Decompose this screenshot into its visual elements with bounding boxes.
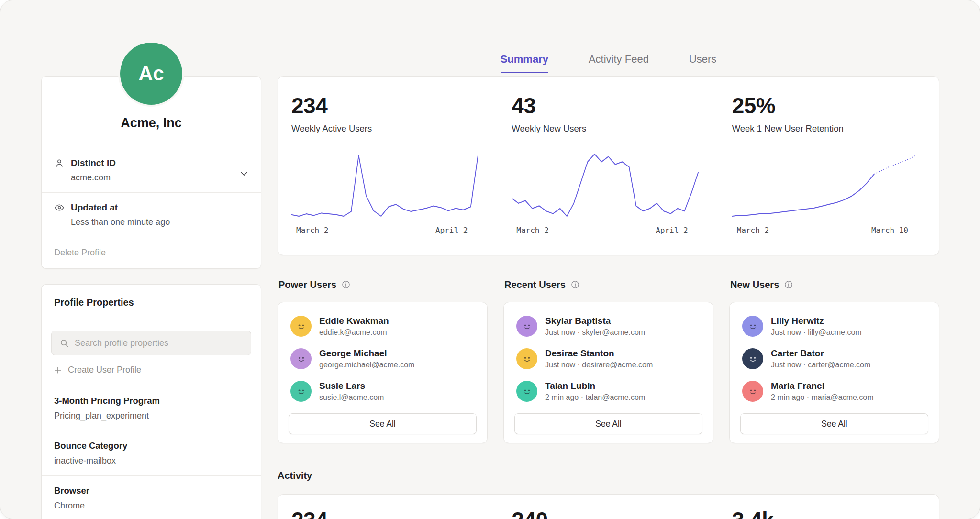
search-input[interactable] xyxy=(75,338,243,348)
avatar xyxy=(516,381,537,402)
user-name: Talan Lubin xyxy=(545,381,645,391)
person-icon xyxy=(54,158,65,168)
distinct-id-row[interactable]: Distinct ID acme.com xyxy=(42,148,261,192)
avatar xyxy=(742,348,763,369)
user-name: George Michael xyxy=(319,348,414,359)
x-tick: March 2 xyxy=(296,226,328,235)
recent-users-card: Skylar Baptista Just now · skyler@acme.c… xyxy=(503,302,713,443)
stat-label: Week 1 New User Retention xyxy=(732,123,919,134)
profile-page: Ac Acme, Inc Distinct ID acme.com xyxy=(0,0,980,519)
tab-users[interactable]: Users xyxy=(689,53,716,73)
distinct-id-label: Distinct ID xyxy=(71,158,116,168)
info-icon[interactable] xyxy=(570,280,580,289)
new-users-card: Lilly Herwitz Just now · lilly@acme.com … xyxy=(729,302,939,443)
profile-sidebar: Ac Acme, Inc Distinct ID acme.com xyxy=(41,0,261,519)
avatar xyxy=(742,381,763,402)
user-name: Maria Franci xyxy=(771,381,874,391)
updated-at-value: Less than one minute ago xyxy=(71,217,248,227)
new-users-header: New Users xyxy=(730,279,939,290)
activity-stat: 3.4k xyxy=(719,507,939,519)
profile-properties-title: Profile Properties xyxy=(42,285,261,320)
user-meta: 2 min ago · talan@acme.com xyxy=(545,393,645,402)
info-icon[interactable] xyxy=(341,280,351,289)
property-row[interactable]: Browser Chrome xyxy=(42,475,261,519)
user-row[interactable]: Lilly Herwitz Just now · lilly@acme.com xyxy=(737,310,931,342)
chevron-down-icon[interactable] xyxy=(239,168,249,181)
user-lists-row: Power Users Eddie Kwakman ed xyxy=(278,279,939,443)
activity-title: Activity xyxy=(278,469,939,482)
user-email: eddie.k@acme.com xyxy=(319,328,389,337)
updated-at-label: Updated at xyxy=(71,202,118,213)
activity-card: 234 240 3.4k xyxy=(278,494,939,519)
property-value: Pricing_plan_experiment xyxy=(54,411,248,421)
power-users-section: Power Users Eddie Kwakman ed xyxy=(278,279,488,443)
updated-at-row: Updated at Less than one minute ago xyxy=(42,192,261,237)
user-row[interactable]: Susie Lars susie.l@acme.com xyxy=(286,375,479,408)
activity-stat: 234 xyxy=(278,507,498,519)
avatar xyxy=(516,316,537,337)
user-meta: Just now · lilly@acme.com xyxy=(771,328,862,337)
x-tick: March 2 xyxy=(516,226,548,235)
stat-label: Weekly Active Users xyxy=(291,123,478,134)
user-row[interactable]: Talan Lubin 2 min ago · talan@acme.com xyxy=(512,375,705,408)
user-row[interactable]: Maria Franci 2 min ago · maria@acme.com xyxy=(737,375,931,408)
user-row[interactable]: Desirae Stanton Just now · desirare@acme… xyxy=(512,342,705,375)
tab-summary[interactable]: Summary xyxy=(501,53,548,73)
recent-users-section: Recent Users Skylar Baptista xyxy=(503,279,713,443)
stat-value: 43 xyxy=(512,93,698,119)
x-tick: March 10 xyxy=(871,226,908,235)
see-all-button[interactable]: See All xyxy=(740,413,928,434)
activity-stat: 240 xyxy=(498,507,718,519)
eye-icon xyxy=(54,202,65,213)
recent-users-header: Recent Users xyxy=(504,279,713,290)
stat-value: 25% xyxy=(732,93,919,119)
user-email: george.michael@acme.com xyxy=(319,361,414,369)
summary-stats-card: 234 Weekly Active Users March 2 April 2 … xyxy=(278,76,939,255)
user-meta: Just now · desirare@acme.com xyxy=(545,361,653,369)
see-all-button[interactable]: See All xyxy=(289,413,477,434)
info-icon[interactable] xyxy=(784,280,793,289)
stat-weekly-new-users: 43 Weekly New Users March 2 April 2 xyxy=(498,93,718,255)
user-name: Susie Lars xyxy=(319,381,384,391)
property-label: Browser xyxy=(54,486,248,496)
x-tick: April 2 xyxy=(656,226,688,235)
user-name: Eddie Kwakman xyxy=(319,316,389,326)
profile-properties-card: Profile Properties Create User Profile 3… xyxy=(41,284,261,519)
plus-icon xyxy=(53,365,63,375)
profile-summary-card: Acme, Inc Distinct ID acme.com xyxy=(41,76,261,269)
property-label: 3-Month Pricing Program xyxy=(54,396,248,406)
user-row[interactable]: Eddie Kwakman eddie.k@acme.com xyxy=(286,310,479,342)
see-all-button[interactable]: See All xyxy=(514,413,702,434)
stat-week1-retention: 25% Week 1 New User Retention March 2 Ma… xyxy=(719,93,939,255)
power-users-header: Power Users xyxy=(278,279,488,290)
property-row[interactable]: 3-Month Pricing Program Pricing_plan_exp… xyxy=(42,386,261,431)
profile-properties-search[interactable] xyxy=(51,331,251,355)
avatar xyxy=(290,381,312,402)
user-row[interactable]: Carter Bator Just now · carter@acme.com xyxy=(737,342,931,375)
weekly-new-users-chart xyxy=(512,149,698,221)
new-users-section: New Users Lilly Herwitz Just xyxy=(729,279,939,443)
stat-label: Weekly New Users xyxy=(512,123,698,134)
user-name: Skylar Baptista xyxy=(545,316,645,326)
property-label: Bounce Category xyxy=(54,441,248,451)
user-row[interactable]: Skylar Baptista Just now · skyler@acme.c… xyxy=(512,310,705,342)
week1-retention-chart xyxy=(732,149,919,221)
search-icon xyxy=(59,338,69,348)
property-row[interactable]: Bounce Category inactive-mailbox xyxy=(42,431,261,475)
delete-profile-button[interactable]: Delete Profile xyxy=(42,237,261,268)
user-meta: Just now · skyler@acme.com xyxy=(545,328,645,337)
user-row[interactable]: George Michael george.michael@acme.com xyxy=(286,342,479,375)
property-value: Chrome xyxy=(54,501,248,511)
weekly-active-users-chart xyxy=(291,149,478,221)
property-value: inactive-mailbox xyxy=(54,456,248,466)
x-tick: April 2 xyxy=(435,226,468,235)
chart-x-axis: March 2 March 10 xyxy=(732,226,919,235)
user-email: susie.l@acme.com xyxy=(319,393,384,402)
tab-bar: Summary Activity Feed Users xyxy=(278,53,939,73)
tab-activity-feed[interactable]: Activity Feed xyxy=(589,53,649,73)
create-user-profile-button[interactable]: Create User Profile xyxy=(42,355,261,386)
chart-x-axis: March 2 April 2 xyxy=(291,226,478,235)
user-name: Carter Bator xyxy=(771,348,870,359)
user-name: Lilly Herwitz xyxy=(771,316,862,326)
avatar xyxy=(516,348,537,369)
